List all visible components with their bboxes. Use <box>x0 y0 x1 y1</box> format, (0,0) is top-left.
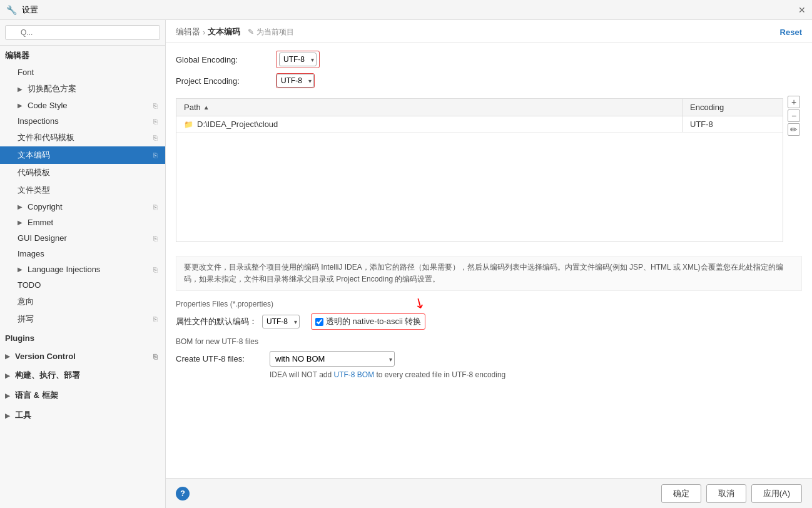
project-encoding-label: Project Encoding: <box>176 76 276 86</box>
sidebar-item-lang[interactable]: ▶ 语言 & 框架 <box>0 387 165 404</box>
sidebar-item-font[interactable]: Font <box>0 64 165 80</box>
sidebar-item-spell[interactable]: 拼写 ⎘ <box>0 310 165 328</box>
sidebar-item-file-type[interactable]: 文件类型 <box>0 181 165 199</box>
expand-icon-vc: ▶ <box>5 353 13 360</box>
sidebar-item-intention[interactable]: 意向 <box>0 293 165 310</box>
sidebar-item-todo[interactable]: TODO <box>0 277 165 293</box>
sidebar-item-editor[interactable]: 编辑器 <box>0 47 165 64</box>
sidebar-item-copyright[interactable]: ▶ Copyright ⎘ <box>0 199 165 215</box>
copy-icon-vc: ⎘ <box>153 353 158 360</box>
expand-icon-lang: ▶ <box>5 392 13 399</box>
sidebar-item-inspections[interactable]: Inspections ⎘ <box>0 113 165 129</box>
remove-row-button[interactable]: − <box>788 109 800 122</box>
properties-encoding-select[interactable]: UTF-8 <box>262 315 300 328</box>
copy-icon-gui: ⎘ <box>153 235 158 242</box>
sidebar-item-build[interactable]: ▶ 构建、执行、部署 <box>0 367 165 384</box>
copy-icon: ⎘ <box>153 102 158 109</box>
text-encoding-label: 文本编码 <box>18 150 50 161</box>
expand-icon-em: ▶ <box>18 219 25 226</box>
title-bar-text: 设置 <box>22 4 38 16</box>
global-encoding-select[interactable]: UTF-8 <box>279 53 317 66</box>
properties-row: 属性文件的默认编码： UTF-8 ▾ 透明的 native-to-ascii 转… <box>176 313 802 330</box>
create-utf8-label: Create UTF-8 files: <box>176 354 263 363</box>
close-button[interactable]: ✕ <box>798 5 806 15</box>
sidebar-item-gui-designer[interactable]: GUI Designer ⎘ <box>0 230 165 246</box>
cancel-button[interactable]: 取消 <box>706 484 746 503</box>
file-encoding-value: UTF-8 <box>690 119 713 129</box>
add-row-button[interactable]: + <box>788 96 800 108</box>
spell-label: 拼写 <box>18 313 34 325</box>
default-encoding-label: 属性文件的默认编码： <box>176 316 257 327</box>
sidebar-item-code-template[interactable]: 代码模板 <box>0 164 165 181</box>
emmet-label: Emmet <box>28 218 53 227</box>
copy-icon-cr: ⎘ <box>153 203 158 211</box>
help-button[interactable]: ? <box>176 487 190 500</box>
sidebar-item-images[interactable]: Images <box>0 246 165 262</box>
bom-note: IDEA will NOT add UTF-8 BOM to every cre… <box>270 370 802 379</box>
search-box: 🔍 <box>0 20 165 46</box>
native-to-ascii-checkbox[interactable] <box>315 318 323 326</box>
native-to-ascii-label: 透明的 native-to-ascii 转换 <box>326 316 421 327</box>
sidebar-item-text-encoding[interactable]: 文本编码 ⎘ <box>0 146 165 164</box>
sidebar-item-code-style[interactable]: ▶ Code Style ⎘ <box>0 98 165 113</box>
sidebar: 🔍 编辑器 Font ▶ 切换配色方案 <box>0 20 166 508</box>
project-encoding-select[interactable]: UTF-8 <box>277 74 314 88</box>
copyright-label: Copyright <box>28 202 63 211</box>
properties-encoding-select-wrapper: UTF-8 ▾ <box>262 315 300 328</box>
sidebar-item-plugins[interactable]: Plugins <box>0 330 165 346</box>
sort-icon: ▲ <box>203 104 210 111</box>
images-label: Images <box>18 249 44 258</box>
table-row[interactable]: 📁 D:\IDEA_Project\cloud UTF-8 <box>176 116 783 133</box>
copy-icon-fct: ⎘ <box>153 134 158 141</box>
reset-button[interactable]: Reset <box>780 28 802 37</box>
main-content: 编辑器 › 文本编码 ✎ 为当前项目 Reset Global Encoding… <box>166 20 812 508</box>
breadcrumb-sep: › <box>203 28 205 37</box>
bom-select[interactable]: with NO BOM with BOM <box>270 351 395 367</box>
lang-label: 语言 & 框架 <box>15 390 58 401</box>
bom-section: BOM for new UTF-8 files Create UTF-8 fil… <box>176 337 802 379</box>
ok-button[interactable]: 确定 <box>661 484 701 503</box>
main-header: 编辑器 › 文本编码 ✎ 为当前项目 Reset <box>166 20 812 43</box>
switch-color-label: 切换配色方案 <box>28 83 76 94</box>
edit-row-button[interactable]: ✏ <box>788 123 800 136</box>
breadcrumb-current: 文本编码 <box>208 26 240 38</box>
editor-section-label: 编辑器 <box>5 50 29 61</box>
sidebar-item-lang-inject[interactable]: ▶ Language Injections ⎘ <box>0 262 165 277</box>
sidebar-item-emmet[interactable]: ▶ Emmet <box>0 215 165 230</box>
intention-label: 意向 <box>18 296 34 307</box>
expand-icon-2: ▶ <box>18 102 25 109</box>
search-input[interactable] <box>5 25 160 40</box>
encoding-header[interactable]: Encoding <box>683 99 783 116</box>
expand-icon-tools: ▶ <box>5 412 13 419</box>
bom-select-wrapper: with NO BOM with BOM ▾ <box>270 351 395 367</box>
file-type-label: 文件类型 <box>18 185 50 196</box>
folder-icon: 📁 <box>184 120 193 129</box>
code-style-label: Code Style <box>28 101 68 110</box>
bom-title: BOM for new UTF-8 files <box>176 337 802 346</box>
file-row-path: 📁 D:\IDEA_Project\cloud <box>176 116 683 132</box>
expand-icon-build: ▶ <box>5 372 13 379</box>
sidebar-item-file-code-template[interactable]: 文件和代码模板 ⎘ <box>0 129 165 146</box>
lang-inject-label: Language Injections <box>28 265 100 274</box>
expand-icon: ▶ <box>18 86 25 93</box>
global-encoding-select-wrapper: UTF-8 ▾ <box>279 53 317 66</box>
sidebar-item-switch-color[interactable]: ▶ 切换配色方案 <box>0 80 165 98</box>
title-bar: 🔧 设置 ✕ <box>0 0 812 20</box>
bom-note-suffix: to every created file in UTF-8 encoding <box>374 370 505 379</box>
file-encoding-table-container: Path ▲ Encoding 📁 D:\IDEA_Pr <box>176 93 802 250</box>
path-header[interactable]: Path ▲ <box>176 99 683 116</box>
global-encoding-label: Global Encoding: <box>176 55 276 64</box>
properties-section-title: Properties Files (*.properties) <box>176 300 802 308</box>
version-control-label: Version Control <box>15 352 76 361</box>
file-encoding-table: Path ▲ Encoding 📁 D:\IDEA_Pr <box>176 98 783 242</box>
bom-note-link[interactable]: UTF-8 BOM <box>333 370 374 379</box>
checkbox-container: 透明的 native-to-ascii 转换 <box>311 313 425 330</box>
sidebar-item-version-control[interactable]: ▶ Version Control ⎘ <box>0 348 165 364</box>
apply-button[interactable]: 应用(A) <box>751 484 802 503</box>
table-body: 📁 D:\IDEA_Project\cloud UTF-8 <box>176 116 783 241</box>
inspections-label: Inspections <box>18 116 59 126</box>
font-label: Font <box>18 68 34 77</box>
file-path-text: D:\IDEA_Project\cloud <box>197 119 278 129</box>
copy-icon-te: ⎘ <box>153 151 158 159</box>
sidebar-item-tools[interactable]: ▶ 工具 <box>0 407 165 424</box>
